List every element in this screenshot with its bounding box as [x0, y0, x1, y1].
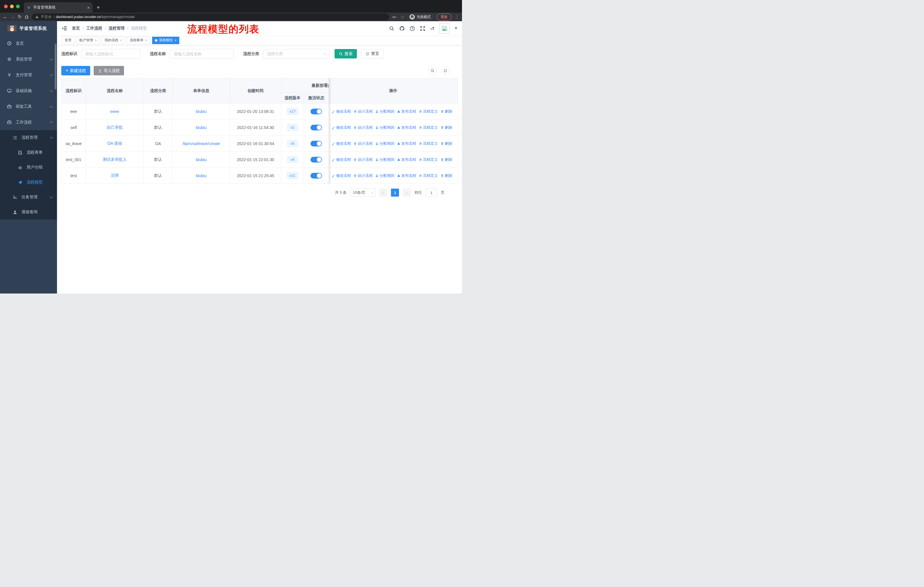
- publish-flow-link[interactable]: 发布流程: [397, 141, 416, 146]
- flow-name-link[interactable]: 测试多审批人: [103, 157, 127, 162]
- publish-flow-link[interactable]: 发布流程: [397, 125, 416, 130]
- modify-flow-link[interactable]: 修改流程: [332, 141, 351, 146]
- design-flow-link[interactable]: 设计流程: [353, 125, 373, 130]
- active-status-toggle[interactable]: [310, 109, 322, 114]
- tag-flow-model-active[interactable]: 流程模型×: [152, 37, 179, 44]
- show-search-circle-button[interactable]: [428, 66, 437, 75]
- new-tab-button[interactable]: +: [92, 4, 104, 13]
- back-button[interactable]: ←: [3, 15, 7, 19]
- sidebar-item-user-group[interactable]: 用户分组: [0, 160, 57, 175]
- form-info-link[interactable]: biubiu: [196, 125, 206, 130]
- page-size-select[interactable]: 10条/页: [350, 189, 376, 197]
- tag-flow-form[interactable]: 流程表单×: [127, 37, 150, 44]
- window-zoom-button[interactable]: [16, 5, 20, 8]
- design-flow-link[interactable]: 设计流程: [353, 157, 373, 162]
- home-button[interactable]: [24, 15, 29, 19]
- create-flow-button[interactable]: + 新建流程: [61, 66, 90, 75]
- flow-name-link[interactable]: 自己审批: [107, 125, 123, 129]
- delete-link[interactable]: 删除: [441, 141, 452, 146]
- window-minimize-button[interactable]: [10, 5, 14, 8]
- sidebar-item-leave-query[interactable]: 请假查询: [0, 205, 57, 220]
- avatar[interactable]: [439, 23, 450, 33]
- form-info-link[interactable]: biubiu: [196, 157, 206, 162]
- tag-my-flow[interactable]: 我的流程×: [102, 37, 125, 44]
- flow-definition-link[interactable]: 流程定义: [419, 173, 438, 178]
- delete-link[interactable]: 删除: [441, 157, 452, 162]
- assign-rule-link[interactable]: 分配规则: [375, 173, 394, 178]
- tag-close-icon[interactable]: ×: [95, 38, 97, 42]
- sidebar-item-system[interactable]: 系统管理: [0, 51, 57, 67]
- form-info-link[interactable]: biubiu: [196, 109, 206, 114]
- flow-name-link[interactable]: OA 请假: [107, 141, 122, 146]
- publish-flow-link[interactable]: 发布流程: [397, 157, 416, 162]
- delete-link[interactable]: 删除: [441, 173, 452, 178]
- sidebar-item-payment[interactable]: ¥ 支付管理: [0, 67, 57, 83]
- current-page-button[interactable]: 1: [391, 189, 399, 197]
- modify-flow-link[interactable]: 修改流程: [332, 157, 351, 162]
- flow-name-input[interactable]: [170, 49, 234, 58]
- assign-rule-link[interactable]: 分配规则: [375, 125, 394, 130]
- search-button[interactable]: 搜索: [335, 49, 357, 58]
- chrome-update-button[interactable]: 更新: [437, 13, 451, 21]
- active-status-toggle[interactable]: [310, 157, 322, 162]
- sidebar-item-flow-form[interactable]: 流程表单: [0, 145, 57, 160]
- flow-definition-link[interactable]: 流程定义: [419, 157, 438, 162]
- sidebar-collapse-icon[interactable]: [61, 25, 67, 31]
- assign-rule-link[interactable]: 分配规则: [375, 141, 394, 146]
- github-icon[interactable]: [399, 26, 405, 31]
- address-bar[interactable]: 不安全 dashboard.yudao.iocoder.cn/bpm/manag…: [32, 13, 389, 20]
- sidebar-item-infrastructure[interactable]: 基础设施: [0, 83, 57, 99]
- fullscreen-icon[interactable]: [420, 26, 425, 31]
- font-size-icon[interactable]: тT: [430, 26, 434, 31]
- sidebar-item-workflow[interactable]: 工作流程: [0, 114, 57, 130]
- reset-button[interactable]: 重置: [361, 49, 384, 58]
- active-status-toggle[interactable]: [310, 173, 322, 179]
- sidebar-item-flow-manage[interactable]: 流程管理: [0, 130, 57, 145]
- bookmark-star-icon[interactable]: ☆: [401, 15, 405, 20]
- window-close-button[interactable]: [4, 5, 8, 8]
- flow-category-select[interactable]: 流程分类: [263, 49, 329, 58]
- active-status-toggle[interactable]: [310, 141, 322, 147]
- breadcrumb-home[interactable]: 首页: [72, 26, 80, 31]
- tag-close-icon[interactable]: ×: [120, 38, 122, 42]
- avatar-dropdown-caret-icon[interactable]: [455, 28, 457, 29]
- prev-page-button[interactable]: ‹: [379, 189, 387, 197]
- browser-menu-icon[interactable]: ⋮: [455, 14, 459, 20]
- form-info-link[interactable]: /bpm/oa/leave/create: [182, 141, 220, 146]
- breadcrumb-workflow[interactable]: 工作流程: [86, 26, 102, 31]
- password-key-icon[interactable]: [392, 15, 397, 20]
- refresh-circle-button[interactable]: [441, 66, 450, 75]
- form-info-link[interactable]: biubiu: [196, 174, 206, 178]
- assign-rule-link[interactable]: 分配规则: [375, 109, 394, 114]
- delete-link[interactable]: 删除: [441, 125, 452, 130]
- import-flow-button[interactable]: 导入流程: [94, 66, 124, 75]
- search-icon[interactable]: [389, 26, 394, 31]
- forward-button[interactable]: →: [10, 15, 15, 19]
- tab-close-icon[interactable]: ×: [87, 5, 90, 10]
- flow-id-input[interactable]: [81, 49, 140, 58]
- sidebar-item-flow-model-active[interactable]: 流程模型: [0, 175, 57, 190]
- delete-link[interactable]: 删除: [441, 109, 452, 114]
- design-flow-link[interactable]: 设计流程: [353, 109, 373, 114]
- next-page-button[interactable]: ›: [403, 189, 411, 197]
- tag-home[interactable]: 首页: [62, 37, 74, 44]
- help-icon[interactable]: [409, 26, 415, 31]
- flow-definition-link[interactable]: 流程定义: [419, 109, 438, 114]
- active-status-toggle[interactable]: [310, 125, 322, 131]
- publish-flow-link[interactable]: 发布流程: [397, 109, 416, 114]
- breadcrumb-flow-manage[interactable]: 流程管理: [109, 26, 125, 31]
- tag-close-icon[interactable]: ×: [175, 38, 177, 42]
- tag-tenant[interactable]: 租户管理×: [76, 37, 100, 44]
- design-flow-link[interactable]: 设计流程: [353, 141, 373, 146]
- modify-flow-link[interactable]: 修改流程: [332, 125, 351, 130]
- modify-flow-link[interactable]: 修改流程: [332, 173, 351, 178]
- publish-flow-link[interactable]: 发布流程: [397, 173, 416, 178]
- flow-name-link[interactable]: 滔博: [111, 173, 119, 178]
- modify-flow-link[interactable]: 修改流程: [332, 109, 351, 114]
- sidebar-item-devtools[interactable]: 研发工具: [0, 99, 57, 114]
- assign-rule-link[interactable]: 分配规则: [375, 157, 394, 162]
- flow-name-link[interactable]: eeee: [110, 109, 119, 114]
- sidebar-scrollbar-thumb[interactable]: [55, 43, 56, 89]
- sidebar-item-task-manage[interactable]: 任务管理: [0, 190, 57, 205]
- design-flow-link[interactable]: 设计流程: [353, 173, 373, 178]
